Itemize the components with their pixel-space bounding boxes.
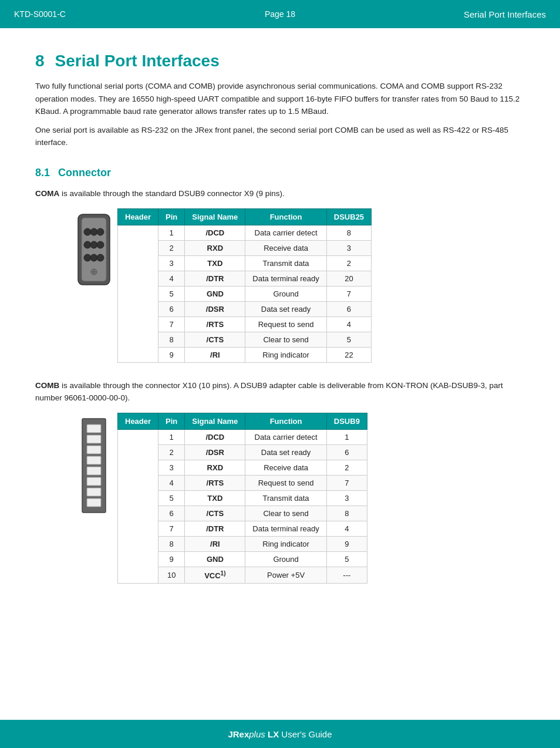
comb-col-pin: Pin <box>158 413 185 429</box>
subsection-number: 8.1 <box>35 167 50 179</box>
coma-dsub-cell: 3 <box>326 240 371 255</box>
coma-pin-cell: 3 <box>158 255 185 271</box>
coma-signal-cell: RXD <box>185 240 245 255</box>
coma-table-wrapper: Header Pin Signal Name Function DSUB25 1… <box>70 208 525 363</box>
section-title: Serial Port Interfaces <box>55 52 220 70</box>
coma-dsub-cell: 8 <box>326 225 371 240</box>
comb-function-cell: Data set ready <box>245 444 326 460</box>
comb-function-cell: Power +5V <box>245 567 326 583</box>
comb-col-dsub: DSUB9 <box>326 413 367 429</box>
comb-function-cell: Ring indicator <box>245 536 326 551</box>
coma-table: Header Pin Signal Name Function DSUB25 1… <box>117 208 372 363</box>
comb-function-cell: Data carrier detect <box>245 429 326 444</box>
svg-rect-17 <box>87 446 101 454</box>
comb-signal-cell: GND <box>185 551 245 567</box>
coma-dsub-cell: 2 <box>326 255 371 271</box>
header-left: KTD-S0001-C <box>14 9 191 19</box>
comb-dsub-cell: 4 <box>326 521 367 536</box>
coma-col-signal: Signal Name <box>185 208 245 225</box>
coma-table-section: Header Pin Signal Name Function DSUB25 1… <box>35 208 525 363</box>
comb-function-cell: Receive data <box>245 460 326 475</box>
comb-function-cell: Clear to send <box>245 506 326 521</box>
subsection-heading: 8.1 Connector <box>35 167 525 179</box>
comb-pin-cell: 9 <box>158 551 185 567</box>
footer-brand-plus: plus <box>249 729 265 739</box>
comb-col-header: Header <box>118 413 158 429</box>
comb-dsub-cell: 6 <box>326 444 367 460</box>
comb-signal-cell: /DSR <box>185 444 245 460</box>
coma-signal-cell: /RI <box>185 347 245 362</box>
comb-pin-cell: 3 <box>158 460 185 475</box>
svg-rect-15 <box>87 424 101 433</box>
coma-signal-cell: /DCD <box>185 225 245 240</box>
coma-function-cell: Ring indicator <box>245 347 326 362</box>
coma-function-cell: Data carrier detect <box>245 225 326 240</box>
coma-function-cell: Ground <box>245 286 326 301</box>
comb-signal-cell: /CTS <box>185 506 245 521</box>
coma-col-header: Header <box>118 208 158 225</box>
coma-dsub-cell: 6 <box>326 301 371 316</box>
main-content: 8 Serial Port Interfaces Two fully funct… <box>0 28 560 659</box>
comb-dsub-cell: 7 <box>326 475 367 490</box>
comb-signal-cell: /DCD <box>185 429 245 444</box>
comb-signal-cell: /RTS <box>185 475 245 490</box>
dsub9-connector-image <box>70 208 117 291</box>
comb-signal-cell: VCC1) <box>185 567 245 583</box>
svg-rect-19 <box>87 467 101 475</box>
header-page: Page 18 <box>265 9 295 19</box>
coma-function-cell: Request to send <box>245 316 326 332</box>
comb-intro-text: is available through the connector X10 (… <box>35 381 503 403</box>
comb-dsub-cell: 9 <box>326 536 367 551</box>
svg-point-9 <box>90 254 97 261</box>
svg-point-4 <box>97 228 104 235</box>
comb-intro: COMB is available through the connector … <box>35 379 525 405</box>
coma-signal-cell: TXD <box>185 255 245 271</box>
comb-pin-cell: 8 <box>158 536 185 551</box>
footer-brand-post: User's Guide <box>279 729 332 739</box>
coma-function-cell: Data set ready <box>245 301 326 316</box>
comb-label: COMB <box>35 381 59 390</box>
footer-bar: JRexplus LX User's Guide <box>0 720 560 748</box>
section-heading: 8 Serial Port Interfaces <box>35 52 525 70</box>
comb-pin-cell: 4 <box>158 475 185 490</box>
comb-dsub-cell: 2 <box>326 460 367 475</box>
comb-dsub-cell: 5 <box>326 551 367 567</box>
svg-point-7 <box>97 241 104 248</box>
footer-brand-jrex: JRex <box>228 729 249 739</box>
coma-dsub-cell: 7 <box>326 286 371 301</box>
comb-table-section: Header Pin Signal Name Function DSUB9 1/… <box>35 413 525 584</box>
coma-pin-cell: 2 <box>158 240 185 255</box>
comb-table-row: 1/DCDData carrier detect1 <box>118 429 367 444</box>
section-number: 8 <box>35 52 45 70</box>
comb-function-cell: Data terminal ready <box>245 521 326 536</box>
comb-pin-cell: 6 <box>158 506 185 521</box>
comb-pin-cell: 10 <box>158 567 185 583</box>
comb-dsub-cell: 8 <box>326 506 367 521</box>
coma-header-cell <box>118 225 158 362</box>
svg-point-6 <box>90 241 97 248</box>
coma-dsub-cell: 4 <box>326 316 371 332</box>
header-connector-image <box>70 413 117 518</box>
coma-pin-cell: 7 <box>158 316 185 332</box>
coma-signal-cell: /CTS <box>185 332 245 347</box>
coma-intro: COMA is available through the standard D… <box>35 187 525 200</box>
svg-point-10 <box>97 254 104 261</box>
comb-table-wrapper: Header Pin Signal Name Function DSUB9 1/… <box>70 413 525 584</box>
coma-label: COMA <box>35 189 59 198</box>
svg-rect-18 <box>87 456 101 464</box>
svg-rect-21 <box>87 488 101 496</box>
comb-dsub-cell: --- <box>326 567 367 583</box>
header-connector-svg <box>76 413 112 518</box>
comb-pin-cell: 2 <box>158 444 185 460</box>
coma-pin-cell: 4 <box>158 271 185 286</box>
comb-table: Header Pin Signal Name Function DSUB9 1/… <box>117 413 367 584</box>
coma-dsub-cell: 22 <box>326 347 371 362</box>
svg-rect-22 <box>87 498 101 507</box>
coma-pin-cell: 9 <box>158 347 185 362</box>
comb-signal-cell: TXD <box>185 490 245 506</box>
dsub9-svg <box>73 208 114 291</box>
coma-function-cell: Clear to send <box>245 332 326 347</box>
footer-brand-lx: LX <box>265 729 279 739</box>
svg-point-3 <box>90 228 97 235</box>
comb-pin-cell: 7 <box>158 521 185 536</box>
